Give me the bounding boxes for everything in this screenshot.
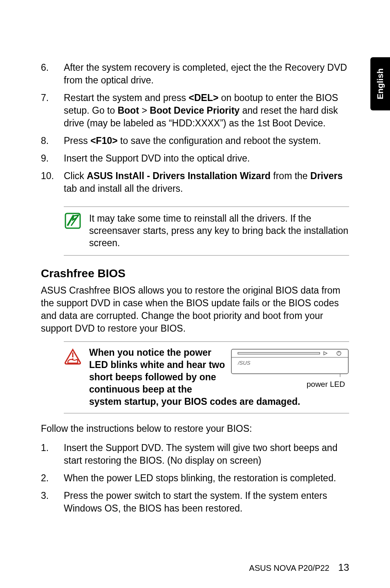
- list-item: 8.Press <F10> to save the configuration …: [41, 135, 349, 147]
- follow-paragraph: Follow the instructions below to restore…: [41, 422, 349, 435]
- warning-content: /SUS power LED When you notice the power…: [89, 347, 349, 408]
- svg-text:/SUS: /SUS: [238, 360, 251, 366]
- list-item-number: 1.: [41, 442, 56, 467]
- svg-point-2: [72, 358, 74, 360]
- instruction-list-top: 6.After the system recovery is completed…: [41, 61, 349, 195]
- language-tab: English: [370, 57, 390, 110]
- note-text: It may take some time to reinstall all t…: [89, 213, 349, 249]
- list-item-number: 9.: [41, 152, 56, 165]
- list-item-number: 10.: [41, 170, 56, 195]
- page-footer: ASUS NOVA P20/P22 13: [249, 562, 349, 573]
- list-item-body: Press <F10> to save the configuration an…: [64, 135, 349, 147]
- device-diagram: /SUS power LED: [231, 348, 349, 390]
- warning-icon: [64, 347, 82, 408]
- svg-marker-5: [324, 352, 327, 355]
- list-item: 2.When the power LED stops blinking, the…: [41, 472, 349, 485]
- list-item: 1.Insert the Support DVD. The system wil…: [41, 442, 349, 467]
- list-item: 6.After the system recovery is completed…: [41, 61, 349, 87]
- page-number: 13: [338, 562, 349, 573]
- list-item-number: 2.: [41, 472, 56, 485]
- list-item-body: Restart the system and press <DEL> on bo…: [64, 92, 349, 130]
- list-item: 9.Insert the Support DVD into the optica…: [41, 152, 349, 165]
- list-item-body: When the power LED stops blinking, the r…: [64, 472, 349, 485]
- svg-rect-4: [238, 352, 320, 354]
- list-item-number: 3.: [41, 489, 56, 515]
- note-icon: [64, 213, 82, 249]
- section-paragraph: ASUS Crashfree BIOS allows you to restor…: [41, 284, 349, 335]
- note-block: It may take some time to reinstall all t…: [64, 206, 349, 256]
- list-item-body: Insert the Support DVD into the optical …: [64, 152, 349, 165]
- footer-text: ASUS NOVA P20/P22: [249, 563, 329, 572]
- list-item-number: 6.: [41, 61, 56, 87]
- list-item-body: Insert the Support DVD. The system will …: [64, 442, 349, 467]
- list-item: 3.Press the power switch to start the sy…: [41, 489, 349, 515]
- list-item-body: After the system recovery is completed, …: [64, 61, 349, 87]
- diagram-caption: power LED: [231, 379, 349, 390]
- list-item-body: Press the power switch to start the syst…: [64, 489, 349, 515]
- list-item-body: Click ASUS InstAll - Drivers Installatio…: [64, 170, 349, 195]
- list-item-number: 8.: [41, 135, 56, 147]
- language-tab-label: English: [375, 68, 385, 99]
- section-title: Crashfree BIOS: [41, 267, 349, 280]
- list-item: 10.Click ASUS InstAll - Drivers Installa…: [41, 170, 349, 195]
- list-item-number: 7.: [41, 92, 56, 130]
- warning-block: /SUS power LED When you notice the power…: [64, 341, 349, 413]
- list-item: 7.Restart the system and press <DEL> on …: [41, 92, 349, 130]
- instruction-list-bottom: 1.Insert the Support DVD. The system wil…: [41, 442, 349, 515]
